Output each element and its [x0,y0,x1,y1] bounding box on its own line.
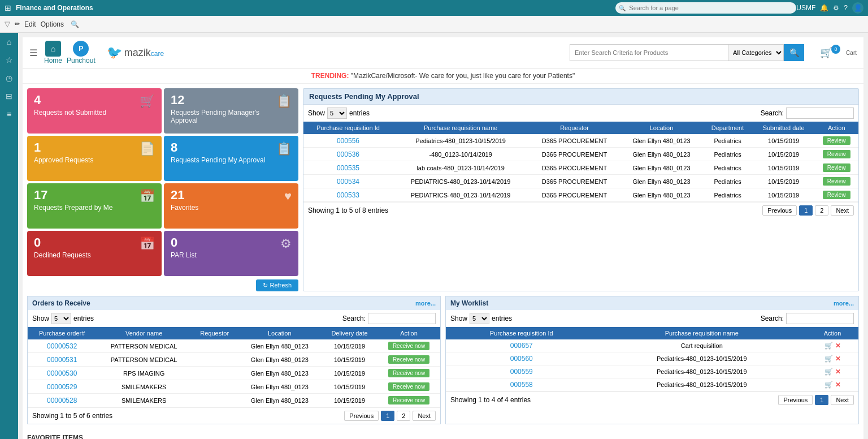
star-sidebar-icon[interactable]: ☆ [6,55,13,64]
orders-more-link[interactable]: more... [415,300,436,307]
worklist-id[interactable]: 000559 [446,365,597,378]
order-action[interactable]: Receive now [377,367,440,380]
orders-col-header: Requestor [192,327,238,339]
requests-page-2[interactable]: 2 [815,205,828,216]
punchout-nav-link[interactable]: P Punchout [67,41,96,64]
worklist-more-link[interactable]: more... [834,300,854,307]
req-requestor: D365 PROCUREMENT [528,188,620,202]
worklist-id[interactable]: 000558 [446,378,597,391]
order-id[interactable]: 00000529 [28,380,96,394]
orders-next-button[interactable]: Next [413,411,436,421]
req-id[interactable]: 000535 [303,161,393,175]
tile-3[interactable]: 8 Requests Pending My Approval 📋 [164,136,298,181]
requests-prev-button[interactable]: Previous [762,205,797,216]
tile-count-0: 4 [34,94,106,106]
tile-4[interactable]: 17 Requests Prepared by Me 📅 [27,183,162,229]
cart-area[interactable]: 🛒 0 Cart [820,46,857,59]
user-icon[interactable]: 👤 [852,2,863,14]
cart-action-icon[interactable]: 🛒 [824,368,833,376]
worklist-action[interactable]: 🛒 ✕ [806,365,858,378]
worklist-id[interactable]: 000560 [446,352,597,365]
tile-icon-0: 🛒 [140,94,155,109]
cart-action-icon[interactable]: 🛒 [824,355,833,363]
req-name: -480_0123-10/14/2019 [393,148,528,161]
home-nav-link[interactable]: ⌂ Home [44,41,62,64]
requests-page-1[interactable]: 1 [799,205,813,216]
order-action[interactable]: Receive now [377,339,440,353]
delete-action-icon[interactable]: ✕ [835,368,841,376]
hamburger-menu[interactable]: ☰ [29,48,37,58]
edit-button[interactable]: Edit [24,20,36,28]
delete-action-icon[interactable]: ✕ [835,355,841,363]
orders-page-2[interactable]: 2 [397,411,410,421]
req-action[interactable]: Review [814,148,858,161]
worklist-action[interactable]: 🛒 ✕ [806,378,858,391]
table-row: 000535 lab coats-480_0123-10/14/2019 D36… [303,161,858,175]
req-id[interactable]: 000536 [303,148,393,161]
worklist-id[interactable]: 000657 [446,339,597,352]
worklist-entries-select[interactable]: 510 [470,313,489,324]
requests-next-button[interactable]: Next [831,205,854,216]
refresh-button[interactable]: ↻ Refresh [256,279,298,291]
req-col-header: Location [620,122,702,134]
requests-pending-header: Requests Pending My Approval [303,89,858,105]
tile-7[interactable]: 0 PAR List ⚙ [164,231,298,276]
worklist-footer: Showing 1 to 4 of 4 entries Previous 1 N… [446,391,858,408]
home-sidebar-icon[interactable]: ⌂ [7,37,11,46]
req-id[interactable]: 000556 [303,134,393,148]
req-action[interactable]: Review [814,134,858,148]
clock-sidebar-icon[interactable]: ◷ [6,74,12,83]
orders-entries-select[interactable]: 510 [51,313,71,324]
entries-select[interactable]: 51025 [327,107,347,119]
worklist-action[interactable]: 🛒 ✕ [806,339,858,352]
tile-0[interactable]: 4 Requests not Submitted 🛒 [27,88,162,134]
list-sidebar-icon[interactable]: ≡ [7,110,11,119]
worklist-search-input[interactable] [786,313,854,324]
order-id[interactable]: 00000531 [28,353,96,367]
top-search-input[interactable] [615,2,796,14]
req-id[interactable]: 000533 [303,188,393,202]
orders-page-1[interactable]: 1 [381,411,394,421]
order-id[interactable]: 00000530 [28,367,96,380]
order-action[interactable]: Receive now [377,380,440,394]
orders-footer: Showing 1 to 5 of 6 entries Previous 1 2… [28,407,440,424]
order-action[interactable]: Receive now [377,394,440,407]
delete-action-icon[interactable]: ✕ [835,342,841,350]
tile-1[interactable]: 12 Requests Pending Manager's Approval 📋 [164,88,298,134]
product-search-button[interactable]: 🔍 [784,44,804,61]
category-select[interactable]: All Categories [728,44,784,61]
help-icon[interactable]: ? [844,4,848,12]
tile-count-5: 21 [171,189,198,201]
tile-6[interactable]: 0 Declined Requests 📅 [27,231,162,276]
worklist-next-button[interactable]: Next [831,395,854,405]
grid-sidebar-icon[interactable]: ⊟ [6,92,12,101]
order-id[interactable]: 00000532 [28,339,96,353]
cart-action-icon[interactable]: 🛒 [824,342,833,350]
tile-5[interactable]: 21 Favorites ♥ [164,183,298,229]
notification-icon[interactable]: 🔔 [820,4,828,12]
req-requestor: D365 PROCUREMENT [528,148,620,161]
options-button[interactable]: Options [41,20,64,28]
delete-action-icon[interactable]: ✕ [835,381,841,389]
requests-search-input[interactable] [786,107,854,119]
order-action[interactable]: Receive now [377,353,440,367]
req-location: Glen Ellyn 480_0123 [620,175,702,188]
req-action[interactable]: Review [814,188,858,202]
worklist-col-header: Action [806,327,858,339]
order-date: 10/15/2019 [322,339,377,353]
grid-icon[interactable]: ⊞ [5,3,11,12]
cart-action-icon[interactable]: 🛒 [824,381,833,389]
worklist-action[interactable]: 🛒 ✕ [806,352,858,365]
orders-prev-button[interactable]: Previous [344,411,379,421]
product-search-input[interactable] [570,44,728,61]
req-action[interactable]: Review [814,175,858,188]
worklist-page-1[interactable]: 1 [815,395,828,405]
settings-icon[interactable]: ⚙ [833,4,839,12]
tile-2[interactable]: 1 Approved Requests 📄 [27,136,162,181]
req-action[interactable]: Review [814,161,858,175]
worklist-prev-button[interactable]: Previous [778,395,813,405]
order-id[interactable]: 00000528 [28,394,96,407]
search-toolbar-icon[interactable]: 🔍 [71,20,79,28]
req-id[interactable]: 000534 [303,175,393,188]
orders-search-input[interactable] [368,313,436,324]
